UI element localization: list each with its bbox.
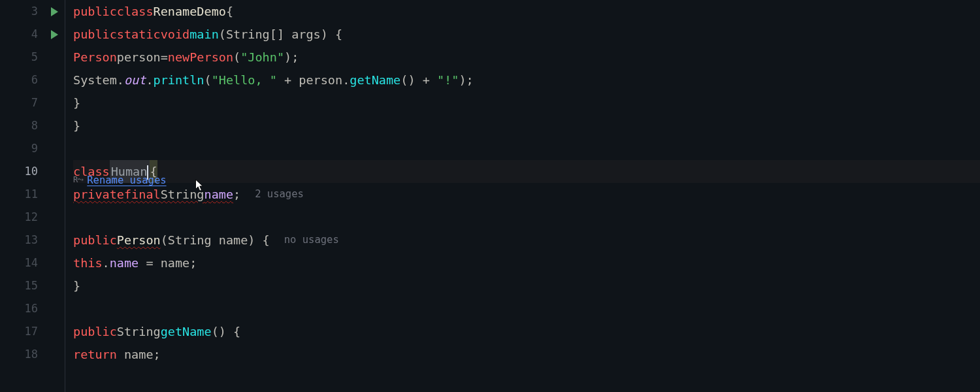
code-line-current[interactable]: class Human { bbox=[73, 160, 980, 183]
line-number: 15 bbox=[0, 274, 65, 297]
code-line[interactable] bbox=[73, 137, 980, 160]
usages-hint: 2 usages bbox=[255, 183, 304, 206]
line-number: 6 bbox=[0, 69, 65, 91]
code-line[interactable] bbox=[73, 297, 980, 320]
line-number: 11 bbox=[0, 183, 65, 206]
line-number: 8 bbox=[0, 114, 65, 137]
code-line[interactable]: public static void main(String[] args) { bbox=[73, 23, 980, 46]
run-icon[interactable] bbox=[51, 30, 58, 39]
rename-usages-link[interactable]: Rename usages bbox=[87, 169, 166, 192]
run-icon[interactable] bbox=[51, 7, 58, 16]
code-area[interactable]: public class RenameDemo { public static … bbox=[65, 0, 980, 392]
line-number: 18 bbox=[0, 343, 65, 366]
line-number-current: 10 bbox=[0, 160, 65, 183]
code-line[interactable]: this.name = name; bbox=[73, 252, 980, 274]
line-number: 13 bbox=[0, 229, 65, 252]
code-line[interactable]: public class RenameDemo { bbox=[73, 0, 980, 23]
code-editor[interactable]: 3 4 5 6 7 8 9 10 11 12 13 14 15 16 17 18… bbox=[0, 0, 980, 392]
line-number: 12 bbox=[0, 206, 65, 229]
line-number: 16 bbox=[0, 297, 65, 320]
code-line[interactable]: Person person = new Person("John"); bbox=[73, 46, 980, 69]
code-line[interactable]: public Person(String name) {no usages bbox=[73, 229, 980, 252]
line-number: 14 bbox=[0, 252, 65, 274]
code-line[interactable]: return name; bbox=[73, 343, 980, 366]
line-number: 3 bbox=[0, 0, 65, 23]
code-line[interactable]: } bbox=[73, 114, 980, 137]
code-line[interactable]: public String getName() { bbox=[73, 320, 980, 343]
line-number: 7 bbox=[0, 91, 65, 114]
code-line[interactable]: System.out.println("Hello, " + person.ge… bbox=[73, 69, 980, 91]
code-line[interactable] bbox=[73, 206, 980, 229]
code-line[interactable]: } bbox=[73, 91, 980, 114]
line-number: 17 bbox=[0, 320, 65, 343]
usages-hint: no usages bbox=[284, 229, 339, 252]
line-number: 5 bbox=[0, 46, 65, 69]
rename-intention-icon: R⤳ bbox=[73, 169, 83, 191]
rename-hint: R⤳ Rename usages bbox=[73, 169, 167, 192]
code-line[interactable]: private final String name;2 usages bbox=[73, 183, 980, 206]
line-number: 4 bbox=[0, 23, 65, 46]
code-line[interactable]: } bbox=[73, 274, 980, 297]
line-number: 9 bbox=[0, 137, 65, 160]
gutter: 3 4 5 6 7 8 9 10 11 12 13 14 15 16 17 18 bbox=[0, 0, 65, 392]
